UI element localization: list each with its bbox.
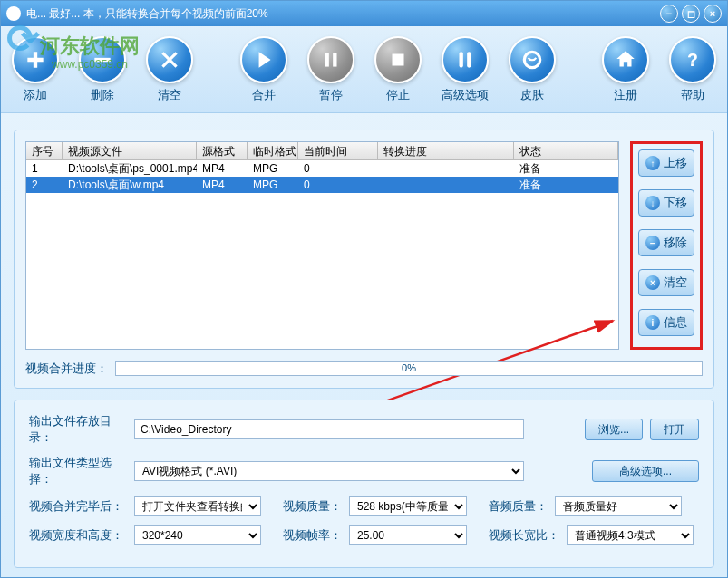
toolbar: 添加 删除 清空 合并 暂停 停止 高级选项 皮肤 (1, 26, 727, 113)
col-tmpfmt[interactable]: 临时格式 (248, 142, 298, 159)
col-progress[interactable]: 转换进度 (378, 142, 514, 159)
svg-text:?: ? (687, 49, 698, 69)
register-button[interactable]: 注册 (602, 36, 649, 103)
delete-button[interactable]: 删除 (79, 36, 126, 103)
home-icon (614, 48, 637, 72)
open-button[interactable]: 打开 (650, 419, 699, 440)
move-up-button[interactable]: ↑上移 (638, 149, 694, 177)
pause-icon (319, 48, 343, 72)
merge-progress: 视频合并进度： 0% (25, 361, 703, 377)
file-table[interactable]: 序号 视频源文件 源格式 临时格式 当前时间 转换进度 状态 1 D:\tool… (25, 141, 619, 350)
titlebar: 电... 最好... 本，只能转换合并每个视频的前面20% − ◻ × (1, 1, 727, 26)
sliders-icon (453, 48, 477, 72)
arrow-down-icon: ↓ (645, 196, 660, 210)
outtype-label: 输出文件类型选择： (29, 455, 127, 487)
aq-label: 音频质量： (489, 498, 548, 515)
side-buttons: ↑上移 ↓下移 −移除 ×清空 i信息 (630, 141, 703, 350)
svg-rect-1 (325, 53, 328, 66)
fps-select[interactable]: 25.00 (349, 525, 467, 545)
col-num[interactable]: 序号 (26, 142, 63, 159)
after-label: 视频合并完毕后： (29, 498, 127, 515)
vq-label: 视频质量： (283, 498, 342, 515)
fps-label: 视频帧率： (283, 527, 342, 544)
progress-bar: 0% (115, 361, 703, 376)
table-row[interactable]: 1 D:\tools\桌面\ps_0001.mp4 MP4 MPG 0 准备 (26, 160, 618, 177)
col-status[interactable]: 状态 (514, 142, 568, 159)
outdir-input[interactable] (134, 419, 524, 439)
skin-button[interactable]: 皮肤 (509, 36, 556, 103)
clear-side-button[interactable]: ×清空 (638, 269, 694, 296)
skin-icon (520, 48, 544, 72)
question-icon: ? (681, 48, 704, 72)
minimize-button[interactable]: − (660, 5, 678, 23)
table-header: 序号 视频源文件 源格式 临时格式 当前时间 转换进度 状态 (26, 142, 618, 160)
table-row[interactable]: 2 D:\tools\桌面\w.mp4 MP4 MPG 0 准备 (26, 177, 618, 193)
adv-opts-button[interactable]: 高级选项... (592, 460, 699, 482)
vq-select[interactable]: 528 kbps(中等质量) (349, 496, 467, 516)
add-button[interactable]: 添加 (12, 36, 59, 103)
size-select[interactable]: 320*240 (134, 525, 261, 545)
size-label: 视频宽度和高度： (29, 527, 127, 544)
outtype-select[interactable]: AVI视频格式 (*.AVI) (134, 461, 524, 481)
x-icon: × (645, 275, 660, 290)
app-icon (6, 6, 21, 21)
outdir-label: 输出文件存放目录： (29, 413, 127, 446)
play-icon (252, 48, 276, 72)
app-window: ⟳河东软件网 www.pc0359.cn 电... 最好... 本，只能转换合并… (0, 0, 728, 578)
aq-select[interactable]: 音频质量好 (555, 496, 682, 516)
merge-button[interactable]: 合并 (240, 36, 287, 103)
svg-rect-4 (459, 52, 462, 67)
progress-label: 视频合并进度： (25, 361, 108, 377)
help-button[interactable]: ? 帮助 (669, 36, 716, 103)
clear-button[interactable]: 清空 (146, 36, 193, 103)
x-icon (158, 48, 181, 72)
col-srcfmt[interactable]: 源格式 (197, 142, 248, 159)
minus-icon (91, 48, 114, 72)
stop-button[interactable]: 停止 (374, 36, 422, 103)
plus-icon (24, 48, 47, 72)
info-button[interactable]: i信息 (638, 309, 694, 336)
arrow-up-icon: ↑ (645, 156, 660, 170)
info-icon: i (645, 315, 660, 330)
titlebar-text: 电... 最好... 本，只能转换合并每个视频的前面20% (26, 6, 660, 22)
ratio-label: 视频长宽比： (489, 527, 559, 544)
list-panel: 序号 视频源文件 源格式 临时格式 当前时间 转换进度 状态 1 D:\tool… (14, 130, 714, 389)
after-select[interactable]: 打开文件夹查看转换的 (134, 496, 261, 516)
svg-rect-5 (467, 52, 471, 67)
close-button[interactable]: × (704, 5, 722, 23)
pause-button[interactable]: 暂停 (307, 36, 354, 103)
browse-button[interactable]: 浏览... (585, 419, 643, 440)
col-time[interactable]: 当前时间 (298, 142, 378, 159)
minus-icon: − (645, 236, 660, 250)
advanced-button[interactable]: 高级选项 (442, 36, 489, 103)
svg-rect-2 (333, 53, 336, 66)
col-file[interactable]: 视频源文件 (63, 142, 197, 159)
move-down-button[interactable]: ↓下移 (638, 189, 694, 217)
remove-button[interactable]: −移除 (638, 229, 694, 256)
svg-rect-3 (392, 53, 403, 65)
svg-rect-0 (94, 57, 110, 61)
stop-icon (386, 48, 410, 72)
settings-panel: 输出文件存放目录： 浏览... 打开 输出文件类型选择： AVI视频格式 (*.… (14, 400, 714, 568)
maximize-button[interactable]: ◻ (682, 5, 700, 23)
ratio-select[interactable]: 普通视频4:3模式 (567, 525, 694, 545)
